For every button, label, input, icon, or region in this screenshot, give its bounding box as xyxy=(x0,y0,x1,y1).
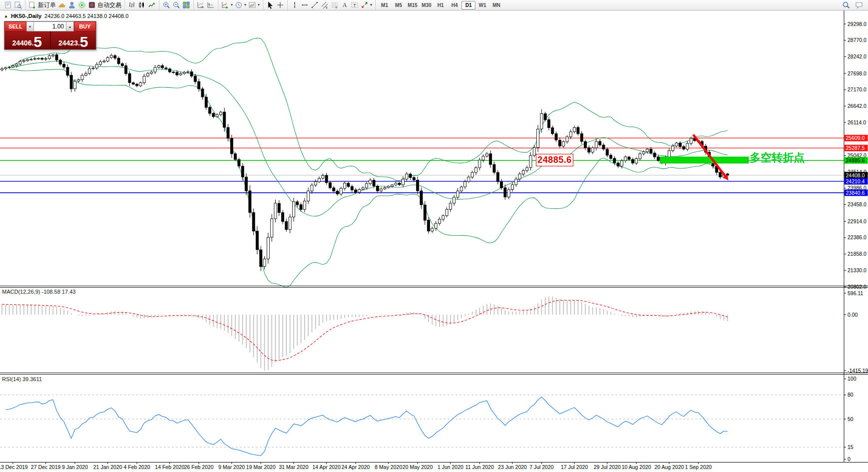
zoomin-icon xyxy=(162,1,170,9)
vertical-line-icon[interactable] xyxy=(290,0,300,9)
text-icon[interactable]: A xyxy=(340,0,350,9)
shift-icon xyxy=(207,1,215,9)
auto-scroll-icon[interactable] xyxy=(196,0,206,9)
buy-price-main: 24423. xyxy=(58,39,80,48)
timeframe-m15[interactable]: M15 xyxy=(406,1,420,9)
market-icon[interactable] xyxy=(67,0,77,9)
svg-text:4 Feb 2020: 4 Feb 2020 xyxy=(124,464,150,470)
text-label-icon[interactable]: T xyxy=(350,0,360,9)
line-chart-icon[interactable] xyxy=(147,0,157,9)
volume-input[interactable] xyxy=(34,21,66,31)
svg-text:T: T xyxy=(353,3,356,8)
search-icon[interactable] xyxy=(841,0,851,9)
bollinger-bands xyxy=(9,38,728,288)
sell-price-big-digit: 5 xyxy=(33,36,42,48)
trend-icon xyxy=(311,1,319,9)
chat-icon[interactable] xyxy=(854,0,864,9)
chart-profiles-icon[interactable] xyxy=(13,0,23,9)
timeframe-m5[interactable]: M5 xyxy=(392,1,406,9)
chart-area[interactable]: ▲ HK50-,Daily 24236.0 24463.5 24138.0 24… xyxy=(0,10,868,472)
timeframe-m30[interactable]: M30 xyxy=(420,1,434,9)
zoom-out-icon[interactable] xyxy=(171,0,181,9)
svg-text:-1415.19: -1415.19 xyxy=(848,368,868,374)
svg-text:26 Feb 2020: 26 Feb 2020 xyxy=(184,464,214,470)
fibo-icon: F xyxy=(331,1,339,9)
svg-text:A: A xyxy=(343,1,347,8)
price-axis[interactable]: 29298.028770.028242.027698.027170.026642… xyxy=(844,21,868,462)
svg-text:596.11: 596.11 xyxy=(848,290,863,296)
chat-glyph xyxy=(855,1,863,9)
timeframe-h1[interactable]: H1 xyxy=(434,1,447,9)
arrows-icon xyxy=(361,1,369,9)
timeframe-w1[interactable]: W1 xyxy=(475,1,489,9)
zoom-in-icon[interactable] xyxy=(161,0,171,9)
toolbar-group xyxy=(1,0,25,10)
svg-text:1 Sep 2020: 1 Sep 2020 xyxy=(685,464,712,470)
sell-price-button[interactable]: 24406. 5 xyxy=(4,31,51,49)
chevron-down-icon[interactable]: ▾ xyxy=(258,3,260,7)
svg-text:20 Aug 2020: 20 Aug 2020 xyxy=(654,464,684,470)
bar-chart-icon[interactable] xyxy=(127,0,137,9)
svg-text:14 Feb 2020: 14 Feb 2020 xyxy=(155,464,184,470)
signals-icon[interactable] xyxy=(77,0,87,9)
svg-text:26642.0: 26642.0 xyxy=(848,103,867,109)
cursor-icon[interactable] xyxy=(265,0,275,9)
tile-windows-icon[interactable] xyxy=(181,0,191,9)
timeframe-mn[interactable]: MN xyxy=(489,1,503,9)
clock-icon xyxy=(235,1,243,9)
buy-price-button[interactable]: 24423. 5 xyxy=(51,31,96,49)
svg-text:19 Mar 2020: 19 Mar 2020 xyxy=(246,464,276,470)
svg-text:22386.0: 22386.0 xyxy=(848,234,867,240)
arrows-icon[interactable]: ▾ xyxy=(360,0,373,9)
date-axis[interactable]: 13 Dec 201927 Dec 20199 Jan 202021 Jan 2… xyxy=(0,463,712,471)
candlestick-chart-icon[interactable] xyxy=(137,0,147,9)
toolbar-group xyxy=(124,0,159,10)
svg-text:9 Jan 2020: 9 Jan 2020 xyxy=(62,464,88,470)
timeframe-h4[interactable]: H4 xyxy=(447,1,461,9)
chart-objects xyxy=(660,135,749,181)
toolbar-group xyxy=(263,0,287,10)
trendline-icon[interactable] xyxy=(310,0,320,9)
svg-text:13 Dec 2019: 13 Dec 2019 xyxy=(0,464,28,470)
timeframe-d1[interactable]: D1 xyxy=(461,1,475,9)
fibonacci-icon[interactable]: F xyxy=(330,0,340,9)
volume-down-button[interactable]: ▼ xyxy=(26,21,34,31)
vline-icon xyxy=(291,1,299,9)
textA-icon: A xyxy=(341,1,349,9)
svg-text:14 Apr 2020: 14 Apr 2020 xyxy=(312,464,341,470)
metaeditor-icon[interactable] xyxy=(57,0,67,9)
chart-shift-icon[interactable] xyxy=(206,0,216,9)
autotrading-button[interactable]: 自动交易 xyxy=(87,0,122,10)
indicators-icon[interactable]: ▾ xyxy=(220,0,234,9)
svg-text:80: 80 xyxy=(848,392,854,398)
macd-pane xyxy=(2,296,728,371)
doc-icon xyxy=(4,1,12,9)
crosshair-icon[interactable] xyxy=(275,0,285,9)
new-chart-icon[interactable] xyxy=(3,0,13,9)
chevron-down-icon[interactable]: ▾ xyxy=(244,3,246,7)
new-order-button-label: 新订单 xyxy=(38,1,56,9)
channel-icon: E xyxy=(321,1,329,9)
chart-canvas[interactable]: 29298.028770.028242.027698.027170.026642… xyxy=(0,10,868,472)
volume-up-button[interactable]: ▲ xyxy=(66,21,74,31)
hline-icon xyxy=(301,1,309,9)
buy-button[interactable]: BUY xyxy=(74,21,96,31)
periods-icon[interactable]: ▾ xyxy=(234,0,247,9)
chevron-down-icon[interactable]: ▾ xyxy=(231,3,233,7)
chevron-down-icon[interactable]: ▾ xyxy=(370,3,372,7)
candles-icon xyxy=(138,1,146,9)
templates-icon[interactable]: ▾ xyxy=(247,0,261,9)
svg-text:29298.0: 29298.0 xyxy=(848,21,867,27)
toolbar-group: EFAT▾ xyxy=(287,0,375,10)
sell-button[interactable]: SELL xyxy=(4,21,26,31)
equidistant-channel-icon[interactable]: E xyxy=(320,0,330,9)
toolbar-right-icons xyxy=(841,0,868,9)
candlesticks xyxy=(1,53,729,271)
person-icon xyxy=(68,1,76,9)
horizontal-line-icon[interactable] xyxy=(300,0,310,9)
timeframe-m1[interactable]: M1 xyxy=(378,1,392,9)
template-icon xyxy=(248,1,256,9)
svg-text:0.00: 0.00 xyxy=(848,312,858,318)
svg-text:24210.4: 24210.4 xyxy=(846,178,865,184)
new-order-button[interactable]: 新订单 xyxy=(27,0,57,10)
